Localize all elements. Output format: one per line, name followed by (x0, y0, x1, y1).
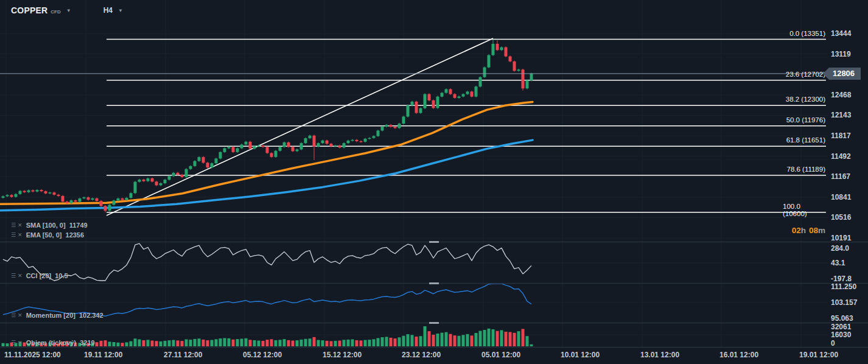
fib-level-label: 0.0 (13351) (789, 30, 825, 37)
settings-icon[interactable]: ☰ (11, 232, 16, 238)
indicator-tick-label: 103.157 (831, 298, 857, 307)
volume-value: 3219 (80, 339, 94, 346)
indicator-tick-label: 0 (831, 339, 835, 348)
settings-icon[interactable]: ☰ (11, 312, 16, 318)
settings-icon[interactable]: ☰ (11, 273, 16, 279)
volume-label: Objem (tickový) (26, 339, 77, 346)
time-tick-label: 16.01 12:00 (719, 351, 758, 359)
momentum-value: 102.342 (79, 312, 103, 319)
current-price-badge: 12806 (823, 68, 861, 80)
time-tick-label: 23.12 12:00 (402, 351, 441, 359)
timeframe-label: H4 (103, 6, 113, 15)
symbol-type-badge: CFD (51, 9, 60, 15)
indicator-tick-label: 95.063 (831, 314, 853, 323)
legend-sma: ☰ ✕ SMA [100, 0] 11749 (11, 222, 88, 229)
indicator-tick-label: 16030 (831, 331, 851, 339)
fib-level-label: 23.6 (12702) (786, 71, 825, 78)
ema-value: 12356 (66, 231, 85, 239)
sma-value: 11749 (69, 222, 88, 229)
chevron-down-icon: ▼ (118, 8, 123, 13)
fib-level-label: 78.6 (11189) (786, 166, 825, 173)
fib-level-label: 61.8 (11651) (786, 136, 825, 144)
fib-level-label: 38.2 (12300) (786, 96, 825, 103)
close-icon[interactable]: ✕ (18, 222, 23, 228)
time-tick-label: 05.12 12:00 (243, 351, 282, 359)
time-tick-label: 05.01 12:00 (481, 351, 520, 359)
price-tick-label: 11167 (831, 172, 850, 181)
momentum-label: Momentum [20] (26, 312, 75, 319)
fib-level-label: 100.0 (10600) (783, 203, 825, 217)
price-tick-label: 10841 (831, 193, 851, 201)
legend-volume: ☰ ✕ Objem (tickový) 3219 (11, 339, 95, 346)
close-icon[interactable]: ✕ (18, 232, 23, 238)
candle-countdown: 02h08m (792, 226, 825, 235)
legend-momentum: ☰ ✕ Momentum [20] 102.342 (11, 312, 103, 319)
price-tick-label: 12143 (831, 111, 851, 119)
price-tick-label: 13119 (831, 50, 851, 58)
price-tick-label: 11492 (831, 152, 851, 161)
trading-chart-app: COPPER CFD ▼ H4 ▼ ☰ ✕ SMA [100, 0] 11749… (0, 0, 868, 364)
indicator-tick-label: 111.250 (831, 282, 856, 291)
sma-label: SMA [100, 0] (26, 222, 66, 229)
time-tick-label: 13.01 12:00 (640, 351, 679, 359)
time-tick-label: 27.11 12:00 (164, 351, 202, 359)
ema-label: EMA [50, 0] (26, 231, 62, 239)
fib-level-label: 50.0 (11976) (786, 116, 825, 124)
close-icon[interactable]: ✕ (18, 273, 23, 279)
chart-toolbar: COPPER CFD ▼ H4 ▼ (11, 5, 123, 15)
time-tick-label: 10.01 12:00 (561, 351, 600, 359)
indicator-tick-label: 43.1 (831, 259, 845, 267)
price-tick-label: 11817 (831, 131, 851, 140)
price-tick-label: 10516 (831, 213, 851, 222)
cci-label: CCI [20] (26, 272, 52, 279)
timeframe-selector[interactable]: H4 ▼ (103, 6, 123, 15)
price-tick-label: 12468 (831, 91, 851, 99)
price-tick-label: 13444 (831, 29, 851, 38)
time-tick-label: 15.12 12:00 (323, 351, 362, 359)
cci-value: 10.5 (55, 272, 68, 279)
legend-ema: ☰ ✕ EMA [50, 0] 12356 (11, 231, 84, 239)
panel-resize-handle[interactable] (429, 241, 439, 243)
time-tick-label: 19.11 12:00 (84, 351, 122, 359)
panel-resize-handle[interactable] (429, 322, 439, 324)
close-icon[interactable]: ✕ (18, 312, 23, 318)
chevron-down-icon: ▼ (66, 8, 71, 13)
indicator-tick-label: -197.8 (831, 275, 852, 283)
chart-canvas[interactable] (0, 0, 868, 364)
indicator-tick-label: 32061 (831, 323, 851, 331)
settings-icon[interactable]: ☰ (11, 222, 16, 228)
symbol-name: COPPER (11, 5, 47, 15)
time-tick-label: 11.11.2025 12:00 (4, 351, 61, 359)
indicator-tick-label: 284.0 (831, 244, 849, 253)
current-price-value: 12806 (833, 69, 855, 78)
settings-icon[interactable]: ☰ (11, 340, 16, 346)
close-icon[interactable]: ✕ (18, 340, 23, 346)
time-tick-label: 19.01 12:00 (799, 351, 838, 359)
symbol-selector[interactable]: COPPER CFD ▼ (11, 5, 71, 15)
legend-cci: ☰ ✕ CCI [20] 10.5 (11, 272, 68, 279)
price-tick-label: 10191 (831, 234, 851, 242)
panel-resize-handle[interactable] (429, 282, 439, 284)
